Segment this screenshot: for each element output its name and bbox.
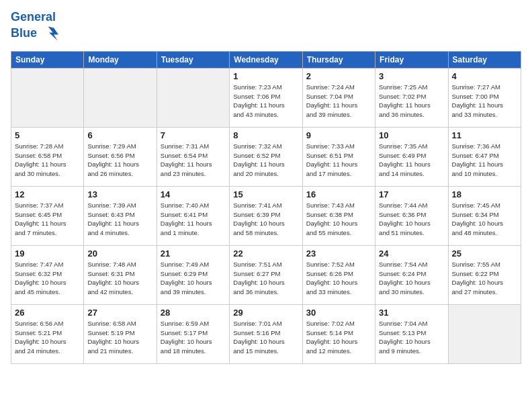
calendar-cell: 24Sunrise: 7:54 AM Sunset: 6:24 PM Dayli… — [375, 245, 448, 304]
calendar-cell — [84, 68, 157, 127]
day-info: Sunrise: 7:51 AM Sunset: 6:27 PM Dayligh… — [233, 260, 298, 297]
day-number: 10 — [379, 130, 444, 140]
calendar-cell: 10Sunrise: 7:35 AM Sunset: 6:49 PM Dayli… — [375, 127, 448, 186]
calendar-cell: 29Sunrise: 7:01 AM Sunset: 5:16 PM Dayli… — [230, 304, 302, 363]
day-info: Sunrise: 6:58 AM Sunset: 5:19 PM Dayligh… — [87, 319, 152, 356]
day-number: 17 — [379, 189, 444, 199]
day-number: 12 — [15, 189, 80, 199]
svg-marker-0 — [48, 26, 58, 40]
day-info: Sunrise: 7:29 AM Sunset: 6:56 PM Dayligh… — [87, 142, 152, 179]
week-row-4: 19Sunrise: 7:47 AM Sunset: 6:32 PM Dayli… — [11, 245, 521, 304]
day-info: Sunrise: 6:56 AM Sunset: 5:21 PM Dayligh… — [15, 319, 80, 356]
calendar-cell: 6Sunrise: 7:29 AM Sunset: 6:56 PM Daylig… — [84, 127, 157, 186]
calendar-table: SundayMondayTuesdayWednesdayThursdayFrid… — [11, 51, 521, 364]
day-number: 23 — [306, 248, 371, 259]
day-info: Sunrise: 7:37 AM Sunset: 6:45 PM Dayligh… — [15, 201, 80, 238]
day-info: Sunrise: 7:43 AM Sunset: 6:38 PM Dayligh… — [306, 201, 371, 238]
calendar-cell: 7Sunrise: 7:31 AM Sunset: 6:54 PM Daylig… — [157, 127, 229, 186]
day-info: Sunrise: 6:59 AM Sunset: 5:17 PM Dayligh… — [161, 319, 226, 356]
weekday-header-wednesday: Wednesday — [230, 51, 302, 68]
day-info: Sunrise: 7:40 AM Sunset: 6:41 PM Dayligh… — [161, 201, 226, 238]
day-number: 24 — [379, 248, 444, 259]
calendar-cell: 14Sunrise: 7:40 AM Sunset: 6:41 PM Dayli… — [157, 186, 229, 245]
day-info: Sunrise: 7:41 AM Sunset: 6:39 PM Dayligh… — [233, 201, 298, 238]
day-number: 6 — [87, 130, 152, 140]
calendar-cell: 9Sunrise: 7:33 AM Sunset: 6:51 PM Daylig… — [302, 127, 375, 186]
calendar-cell: 13Sunrise: 7:39 AM Sunset: 6:43 PM Dayli… — [84, 186, 157, 245]
week-row-2: 5Sunrise: 7:28 AM Sunset: 6:58 PM Daylig… — [11, 127, 521, 186]
day-info: Sunrise: 7:52 AM Sunset: 6:26 PM Dayligh… — [306, 260, 371, 297]
calendar-cell: 21Sunrise: 7:49 AM Sunset: 6:29 PM Dayli… — [157, 245, 229, 304]
weekday-header-saturday: Saturday — [448, 51, 521, 68]
day-info: Sunrise: 7:33 AM Sunset: 6:51 PM Dayligh… — [306, 142, 371, 179]
day-info: Sunrise: 7:25 AM Sunset: 7:02 PM Dayligh… — [379, 83, 444, 120]
calendar-cell: 31Sunrise: 7:04 AM Sunset: 5:13 PM Dayli… — [375, 304, 448, 363]
day-info: Sunrise: 7:23 AM Sunset: 7:06 PM Dayligh… — [233, 83, 298, 120]
calendar-cell: 26Sunrise: 6:56 AM Sunset: 5:21 PM Dayli… — [11, 304, 84, 363]
calendar-cell: 11Sunrise: 7:36 AM Sunset: 6:47 PM Dayli… — [448, 127, 521, 186]
day-number: 22 — [233, 248, 298, 259]
day-info: Sunrise: 7:55 AM Sunset: 6:22 PM Dayligh… — [452, 260, 517, 297]
calendar-cell: 25Sunrise: 7:55 AM Sunset: 6:22 PM Dayli… — [448, 245, 521, 304]
weekday-header-thursday: Thursday — [302, 51, 375, 68]
day-info: Sunrise: 7:45 AM Sunset: 6:34 PM Dayligh… — [452, 201, 517, 238]
logo: General Blue — [11, 11, 58, 43]
calendar-cell: 23Sunrise: 7:52 AM Sunset: 6:26 PM Dayli… — [302, 245, 375, 304]
day-info: Sunrise: 7:27 AM Sunset: 7:00 PM Dayligh… — [452, 83, 517, 120]
weekday-header-row: SundayMondayTuesdayWednesdayThursdayFrid… — [11, 51, 521, 68]
page-header: General Blue — [11, 11, 521, 43]
day-number: 11 — [452, 130, 517, 140]
day-number: 1 — [233, 71, 298, 81]
calendar-cell: 2Sunrise: 7:24 AM Sunset: 7:04 PM Daylig… — [302, 68, 375, 127]
day-number: 13 — [87, 189, 152, 199]
day-info: Sunrise: 7:39 AM Sunset: 6:43 PM Dayligh… — [87, 201, 152, 238]
day-info: Sunrise: 7:49 AM Sunset: 6:29 PM Dayligh… — [161, 260, 226, 297]
calendar-cell: 15Sunrise: 7:41 AM Sunset: 6:39 PM Dayli… — [230, 186, 302, 245]
calendar-cell: 18Sunrise: 7:45 AM Sunset: 6:34 PM Dayli… — [448, 186, 521, 245]
weekday-header-tuesday: Tuesday — [157, 51, 229, 68]
day-number: 20 — [87, 248, 152, 259]
calendar-cell: 19Sunrise: 7:47 AM Sunset: 6:32 PM Dayli… — [11, 245, 84, 304]
day-number: 18 — [452, 189, 517, 199]
calendar-cell: 28Sunrise: 6:59 AM Sunset: 5:17 PM Dayli… — [157, 304, 229, 363]
calendar-cell: 12Sunrise: 7:37 AM Sunset: 6:45 PM Dayli… — [11, 186, 84, 245]
calendar-cell: 8Sunrise: 7:32 AM Sunset: 6:52 PM Daylig… — [230, 127, 302, 186]
day-info: Sunrise: 7:28 AM Sunset: 6:58 PM Dayligh… — [15, 142, 80, 179]
week-row-5: 26Sunrise: 6:56 AM Sunset: 5:21 PM Dayli… — [11, 304, 521, 363]
day-number: 3 — [379, 71, 444, 81]
day-number: 25 — [452, 248, 517, 259]
day-number: 4 — [452, 71, 517, 81]
calendar-cell: 27Sunrise: 6:58 AM Sunset: 5:19 PM Dayli… — [84, 304, 157, 363]
day-info: Sunrise: 7:02 AM Sunset: 5:14 PM Dayligh… — [306, 319, 371, 356]
day-info: Sunrise: 7:48 AM Sunset: 6:31 PM Dayligh… — [87, 260, 152, 297]
day-number: 31 — [379, 308, 444, 318]
day-number: 7 — [161, 130, 226, 140]
calendar-cell: 16Sunrise: 7:43 AM Sunset: 6:38 PM Dayli… — [302, 186, 375, 245]
day-number: 8 — [233, 130, 298, 140]
calendar-cell — [157, 68, 229, 127]
calendar-cell: 20Sunrise: 7:48 AM Sunset: 6:31 PM Dayli… — [84, 245, 157, 304]
day-number: 5 — [15, 130, 80, 140]
day-info: Sunrise: 7:32 AM Sunset: 6:52 PM Dayligh… — [233, 142, 298, 179]
calendar-cell: 5Sunrise: 7:28 AM Sunset: 6:58 PM Daylig… — [11, 127, 84, 186]
day-info: Sunrise: 7:35 AM Sunset: 6:49 PM Dayligh… — [379, 142, 444, 179]
weekday-header-friday: Friday — [375, 51, 448, 68]
calendar-cell: 17Sunrise: 7:44 AM Sunset: 6:36 PM Dayli… — [375, 186, 448, 245]
day-info: Sunrise: 7:36 AM Sunset: 6:47 PM Dayligh… — [452, 142, 517, 179]
day-number: 29 — [233, 308, 298, 318]
calendar-cell: 3Sunrise: 7:25 AM Sunset: 7:02 PM Daylig… — [375, 68, 448, 127]
weekday-header-monday: Monday — [84, 51, 157, 68]
day-number: 14 — [161, 189, 226, 199]
calendar-cell: 30Sunrise: 7:02 AM Sunset: 5:14 PM Dayli… — [302, 304, 375, 363]
day-info: Sunrise: 7:24 AM Sunset: 7:04 PM Dayligh… — [306, 83, 371, 120]
logo-icon — [40, 24, 58, 43]
day-number: 19 — [15, 248, 80, 259]
day-info: Sunrise: 7:31 AM Sunset: 6:54 PM Dayligh… — [161, 142, 226, 179]
day-number: 2 — [306, 71, 371, 81]
logo-text: General — [11, 11, 58, 24]
day-number: 15 — [233, 189, 298, 199]
day-number: 21 — [161, 248, 226, 259]
day-info: Sunrise: 7:04 AM Sunset: 5:13 PM Dayligh… — [379, 319, 444, 356]
calendar-cell: 1Sunrise: 7:23 AM Sunset: 7:06 PM Daylig… — [230, 68, 302, 127]
day-number: 26 — [15, 308, 80, 318]
